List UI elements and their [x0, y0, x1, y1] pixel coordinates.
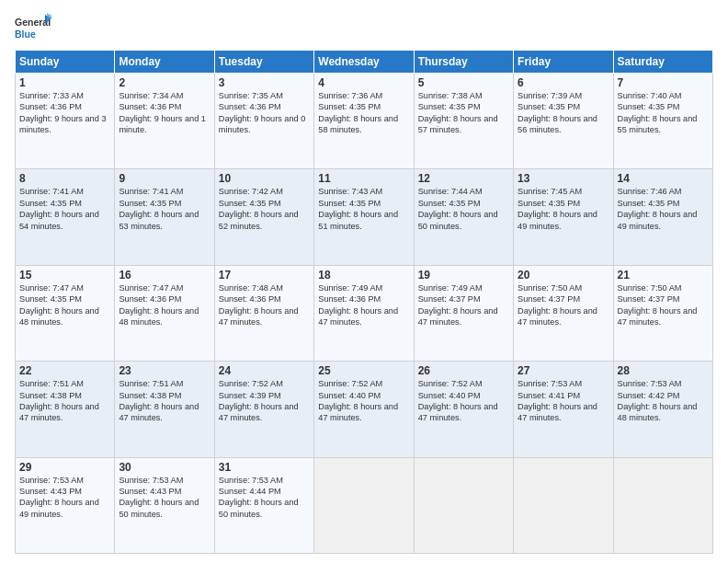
- day-number: 21: [618, 269, 709, 282]
- calendar-cell: 15Sunrise: 7:47 AMSunset: 4:35 PMDayligh…: [16, 265, 115, 361]
- week-row-3: 15Sunrise: 7:47 AMSunset: 4:35 PMDayligh…: [16, 265, 713, 361]
- calendar-cell: 1Sunrise: 7:33 AMSunset: 4:36 PMDaylight…: [16, 74, 115, 169]
- calendar-cell: 4Sunrise: 7:36 AMSunset: 4:35 PMDaylight…: [314, 74, 414, 169]
- cell-info: Sunrise: 7:50 AMSunset: 4:37 PMDaylight:…: [618, 283, 698, 327]
- cell-info: Sunrise: 7:40 AMSunset: 4:35 PMDaylight:…: [618, 91, 698, 134]
- week-row-1: 1Sunrise: 7:33 AMSunset: 4:36 PMDaylight…: [16, 74, 713, 169]
- day-number: 31: [219, 461, 310, 474]
- day-number: 30: [119, 461, 210, 474]
- cell-info: Sunrise: 7:44 AMSunset: 4:35 PMDaylight:…: [418, 187, 498, 230]
- calendar-cell: 22Sunrise: 7:51 AMSunset: 4:38 PMDayligh…: [16, 362, 115, 457]
- col-header-wednesday: Wednesday: [314, 51, 414, 74]
- day-number: 19: [418, 269, 509, 282]
- day-number: 9: [119, 172, 210, 185]
- cell-info: Sunrise: 7:49 AMSunset: 4:36 PMDaylight:…: [318, 283, 398, 327]
- cell-info: Sunrise: 7:34 AMSunset: 4:36 PMDaylight:…: [119, 91, 206, 134]
- cell-info: Sunrise: 7:47 AMSunset: 4:36 PMDaylight:…: [119, 283, 199, 327]
- day-number: 6: [518, 76, 609, 89]
- day-number: 1: [19, 76, 110, 89]
- day-number: 20: [518, 269, 609, 282]
- calendar-cell: 9Sunrise: 7:41 AMSunset: 4:35 PMDaylight…: [115, 169, 214, 265]
- cell-info: Sunrise: 7:49 AMSunset: 4:37 PMDaylight:…: [418, 283, 498, 327]
- day-number: 18: [318, 269, 409, 282]
- col-header-sunday: Sunday: [16, 51, 115, 74]
- calendar-cell: 6Sunrise: 7:39 AMSunset: 4:35 PMDaylight…: [514, 74, 613, 169]
- calendar-cell: 20Sunrise: 7:50 AMSunset: 4:37 PMDayligh…: [514, 265, 613, 361]
- cell-info: Sunrise: 7:42 AMSunset: 4:35 PMDaylight:…: [219, 187, 299, 230]
- col-header-saturday: Saturday: [613, 51, 712, 74]
- calendar-cell: 29Sunrise: 7:53 AMSunset: 4:43 PMDayligh…: [16, 457, 115, 553]
- day-number: 14: [618, 172, 709, 185]
- calendar-cell: 3Sunrise: 7:35 AMSunset: 4:36 PMDaylight…: [214, 74, 313, 169]
- calendar-cell: 30Sunrise: 7:53 AMSunset: 4:43 PMDayligh…: [115, 457, 214, 553]
- cell-info: Sunrise: 7:46 AMSunset: 4:35 PMDaylight:…: [618, 187, 698, 230]
- cell-info: Sunrise: 7:38 AMSunset: 4:35 PMDaylight:…: [418, 91, 498, 134]
- day-number: 17: [219, 269, 310, 282]
- calendar-cell: [414, 457, 513, 553]
- calendar-cell: 8Sunrise: 7:41 AMSunset: 4:35 PMDaylight…: [16, 169, 115, 265]
- calendar-cell: 12Sunrise: 7:44 AMSunset: 4:35 PMDayligh…: [414, 169, 513, 265]
- calendar-cell: 26Sunrise: 7:52 AMSunset: 4:40 PMDayligh…: [414, 362, 513, 457]
- col-header-thursday: Thursday: [414, 51, 513, 74]
- col-header-tuesday: Tuesday: [214, 51, 313, 74]
- calendar-cell: 28Sunrise: 7:53 AMSunset: 4:42 PMDayligh…: [613, 362, 712, 457]
- calendar-cell: 2Sunrise: 7:34 AMSunset: 4:36 PMDaylight…: [115, 74, 214, 169]
- calendar-cell: [314, 457, 414, 553]
- day-number: 10: [219, 172, 310, 185]
- day-number: 13: [518, 172, 609, 185]
- day-number: 25: [318, 364, 409, 377]
- cell-info: Sunrise: 7:53 AMSunset: 4:43 PMDaylight:…: [19, 476, 99, 519]
- day-number: 2: [119, 76, 210, 89]
- cell-info: Sunrise: 7:39 AMSunset: 4:35 PMDaylight:…: [518, 91, 597, 134]
- calendar-cell: 14Sunrise: 7:46 AMSunset: 4:35 PMDayligh…: [613, 169, 712, 265]
- svg-text:Blue: Blue: [15, 29, 36, 40]
- logo: General Blue: [15, 13, 51, 42]
- day-number: 26: [418, 364, 509, 377]
- col-header-friday: Friday: [514, 51, 613, 74]
- calendar-cell: 7Sunrise: 7:40 AMSunset: 4:35 PMDaylight…: [613, 74, 712, 169]
- calendar-table: SundayMondayTuesdayWednesdayThursdayFrid…: [15, 50, 713, 554]
- calendar-cell: 24Sunrise: 7:52 AMSunset: 4:39 PMDayligh…: [214, 362, 313, 457]
- cell-info: Sunrise: 7:48 AMSunset: 4:36 PMDaylight:…: [219, 283, 299, 327]
- calendar-cell: 21Sunrise: 7:50 AMSunset: 4:37 PMDayligh…: [613, 265, 712, 361]
- day-number: 22: [19, 364, 110, 377]
- week-row-4: 22Sunrise: 7:51 AMSunset: 4:38 PMDayligh…: [16, 362, 713, 457]
- cell-info: Sunrise: 7:36 AMSunset: 4:35 PMDaylight:…: [318, 91, 398, 134]
- day-number: 15: [19, 269, 110, 282]
- cell-info: Sunrise: 7:53 AMSunset: 4:44 PMDaylight:…: [219, 476, 299, 519]
- calendar-cell: 23Sunrise: 7:51 AMSunset: 4:38 PMDayligh…: [115, 362, 214, 457]
- cell-info: Sunrise: 7:35 AMSunset: 4:36 PMDaylight:…: [219, 91, 306, 134]
- day-number: 24: [219, 364, 310, 377]
- cell-info: Sunrise: 7:41 AMSunset: 4:35 PMDaylight:…: [119, 187, 199, 230]
- page: General Blue SundayMondayTuesdayWednesda…: [0, 0, 728, 563]
- col-header-monday: Monday: [115, 51, 214, 74]
- calendar-cell: 17Sunrise: 7:48 AMSunset: 4:36 PMDayligh…: [214, 265, 313, 361]
- calendar-cell: 10Sunrise: 7:42 AMSunset: 4:35 PMDayligh…: [214, 169, 313, 265]
- cell-info: Sunrise: 7:52 AMSunset: 4:40 PMDaylight:…: [318, 379, 398, 422]
- week-row-2: 8Sunrise: 7:41 AMSunset: 4:35 PMDaylight…: [16, 169, 713, 265]
- day-number: 4: [318, 76, 409, 89]
- day-number: 8: [19, 172, 110, 185]
- calendar-cell: [514, 457, 613, 553]
- calendar-cell: 27Sunrise: 7:53 AMSunset: 4:41 PMDayligh…: [514, 362, 613, 457]
- cell-info: Sunrise: 7:52 AMSunset: 4:39 PMDaylight:…: [219, 379, 299, 422]
- cell-info: Sunrise: 7:43 AMSunset: 4:35 PMDaylight:…: [318, 187, 398, 230]
- week-row-5: 29Sunrise: 7:53 AMSunset: 4:43 PMDayligh…: [16, 457, 713, 553]
- day-number: 7: [618, 76, 709, 89]
- logo-svg: General Blue: [15, 13, 51, 42]
- header: General Blue: [15, 13, 713, 42]
- day-number: 27: [518, 364, 609, 377]
- cell-info: Sunrise: 7:33 AMSunset: 4:36 PMDaylight:…: [19, 91, 107, 134]
- day-number: 23: [119, 364, 210, 377]
- cell-info: Sunrise: 7:53 AMSunset: 4:41 PMDaylight:…: [518, 379, 597, 422]
- day-number: 29: [19, 461, 110, 474]
- day-number: 28: [618, 364, 709, 377]
- day-number: 3: [219, 76, 310, 89]
- cell-info: Sunrise: 7:52 AMSunset: 4:40 PMDaylight:…: [418, 379, 498, 422]
- calendar-cell: 5Sunrise: 7:38 AMSunset: 4:35 PMDaylight…: [414, 74, 513, 169]
- calendar-cell: 13Sunrise: 7:45 AMSunset: 4:35 PMDayligh…: [514, 169, 613, 265]
- cell-info: Sunrise: 7:51 AMSunset: 4:38 PMDaylight:…: [19, 379, 99, 422]
- calendar-cell: 19Sunrise: 7:49 AMSunset: 4:37 PMDayligh…: [414, 265, 513, 361]
- calendar-cell: 11Sunrise: 7:43 AMSunset: 4:35 PMDayligh…: [314, 169, 414, 265]
- cell-info: Sunrise: 7:50 AMSunset: 4:37 PMDaylight:…: [518, 283, 597, 327]
